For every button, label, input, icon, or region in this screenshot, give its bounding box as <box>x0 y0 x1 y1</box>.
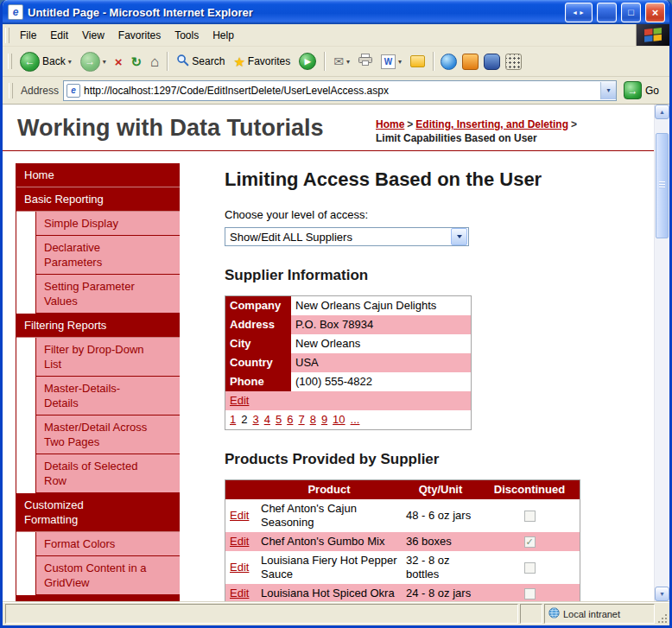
media-button[interactable]: ▶ <box>295 49 320 73</box>
go-icon: → <box>624 81 642 99</box>
menubar-grip[interactable] <box>5 28 10 43</box>
forward-dropdown-icon[interactable]: ▾ <box>103 58 106 66</box>
toolbar-separator <box>167 52 168 71</box>
refresh-icon: ↻ <box>130 55 142 68</box>
search-icon <box>176 54 189 70</box>
select-dropdown-icon[interactable] <box>451 228 467 245</box>
pager-link-5[interactable]: 5 <box>276 413 282 426</box>
sidebar-item-master-detail-across-two-pages[interactable]: Master/Detail Across Two Pages <box>35 415 180 454</box>
product-edit-link[interactable]: Edit <box>230 535 249 548</box>
supplier-edit-link[interactable]: Edit <box>230 394 249 407</box>
products-table: Product Qty/Unit Discontinued Edit Chef … <box>225 479 580 601</box>
table-row: Address P.O. Box 78934 <box>225 315 472 334</box>
sidebar-item-details-of-selected-row[interactable]: Details of Selected Row <box>35 454 180 493</box>
sidebar-item-clipped[interactable] <box>16 595 180 601</box>
pager-link-7[interactable]: 7 <box>298 413 304 426</box>
product-edit-link[interactable]: Edit <box>230 509 249 522</box>
row-value: (100) 555-4822 <box>291 372 472 391</box>
back-button[interactable]: ← Back ▾ <box>16 49 76 73</box>
toolbar-grip[interactable] <box>8 54 12 69</box>
access-level-label: Choose your level of access: <box>225 208 638 221</box>
address-dropdown-icon[interactable]: ▾ <box>600 82 616 99</box>
address-input[interactable]: e http://localhost:1297/Code/EditInsertD… <box>63 80 617 101</box>
discuss-icon <box>410 55 425 67</box>
home-button[interactable]: ⌂ <box>146 49 163 73</box>
toolbar-separator <box>433 52 434 71</box>
pager-link-1[interactable]: 1 <box>230 413 236 426</box>
pager-link-more[interactable]: ... <box>351 413 360 426</box>
menu-help[interactable]: Help <box>206 27 241 44</box>
sidebar-item-master-details-details[interactable]: Master-Details-Details <box>35 377 180 415</box>
page-content: Working with Data Tutorials Home>Editing… <box>3 105 654 601</box>
table-row: Edit Louisiana Hot Spiced Okra 24 - 8 oz… <box>225 584 580 601</box>
sidebar-item-format-colors[interactable]: Format Colors <box>35 532 180 556</box>
product-edit-link[interactable]: Edit <box>230 587 249 599</box>
product-edit-link[interactable]: Edit <box>230 561 249 574</box>
breadcrumb-link-home[interactable]: Home <box>376 118 404 130</box>
mail-button[interactable]: ✉ ▾ <box>329 49 354 73</box>
discontinued-checkbox[interactable] <box>524 588 536 599</box>
globe-addon-icon[interactable] <box>441 54 457 70</box>
sidebar-item-filter-by-drop-down-list[interactable]: Filter by Drop-Down List <box>35 338 180 377</box>
sidebar-item-basic-reporting[interactable]: Basic Reporting <box>16 187 180 212</box>
refresh-button[interactable]: ↻ <box>126 49 146 73</box>
header-row: Product Qty/Unit Discontinued <box>225 480 580 500</box>
back-dropdown-icon[interactable]: ▾ <box>68 58 72 66</box>
menu-favorites[interactable]: Favorites <box>111 27 168 44</box>
breadcrumb-link-editing[interactable]: Editing, Inserting, and Deleting <box>415 118 568 130</box>
pager-link-10[interactable]: 10 <box>333 413 345 426</box>
sidebar-item-simple-display[interactable]: Simple Display <box>35 212 180 236</box>
sidebar-item-custom-content-gridview[interactable]: Custom Content in a GridView <box>35 556 180 595</box>
addressbar-grip[interactable] <box>9 83 13 98</box>
scroll-up-icon: ▲ <box>659 109 665 115</box>
scroll-down-button[interactable]: ▼ <box>655 587 669 601</box>
minimize-button[interactable]: _ <box>597 3 617 22</box>
forward-button[interactable]: → ▾ <box>76 49 111 73</box>
sidebar-item-filtering-reports[interactable]: Filtering Reports <box>16 314 180 338</box>
menu-file[interactable]: File <box>13 27 43 44</box>
address-bar: Address e http://localhost:1297/Code/Edi… <box>3 77 669 105</box>
favorites-button[interactable]: ★ Favorites <box>229 49 295 73</box>
binoculars-addon-icon[interactable] <box>484 54 500 70</box>
search-button[interactable]: Search <box>172 49 229 73</box>
pager-link-8[interactable]: 8 <box>310 413 316 426</box>
sidebar-item-home[interactable]: Home <box>16 163 180 187</box>
grid-addon-icon[interactable] <box>505 54 522 70</box>
edit-button[interactable]: W ▾ <box>377 49 406 73</box>
menu-edit[interactable]: Edit <box>43 27 75 44</box>
sidebar-item-customized-formatting[interactable]: Customized Formatting <box>16 493 180 532</box>
discuss-button[interactable] <box>406 49 429 73</box>
discontinued-checkbox[interactable]: ✓ <box>524 536 536 548</box>
maximize-button[interactable]: □ <box>621 3 641 22</box>
menu-view[interactable]: View <box>75 27 111 44</box>
pager-link-4[interactable]: 4 <box>264 413 270 426</box>
orange-addon-icon[interactable] <box>462 54 479 70</box>
stop-button[interactable]: × <box>111 49 127 73</box>
mail-dropdown-icon[interactable]: ▾ <box>346 58 350 66</box>
scrollbar-thumb[interactable] <box>656 133 669 238</box>
menu-tools[interactable]: Tools <box>168 27 206 44</box>
discontinued-checkbox[interactable] <box>524 562 536 574</box>
row-label: City <box>225 334 292 353</box>
product-name: Chef Anton's Gumbo Mix <box>257 532 402 551</box>
titlebar[interactable]: e Untitled Page - Microsoft Internet Exp… <box>3 0 669 24</box>
pager-link-9[interactable]: 9 <box>321 413 327 426</box>
print-button[interactable] <box>354 49 377 73</box>
access-level-select[interactable]: Show/Edit ALL Suppliers <box>225 227 469 246</box>
edit-dropdown-icon[interactable]: ▾ <box>398 58 402 66</box>
resize-grip[interactable] <box>656 604 668 624</box>
sidebar-item-declarative-parameters[interactable]: Declarative Parameters <box>35 236 180 275</box>
go-button[interactable]: → Go <box>621 81 666 99</box>
table-row: Edit Chef Anton's Cajun Seasoning 48 - 6… <box>225 499 580 532</box>
close-button[interactable]: × <box>645 3 665 22</box>
toolbar: ← Back ▾ → ▾ × ↻ ⌂ Search ★ Favorites ▶ … <box>3 47 669 77</box>
pager-link-6[interactable]: 6 <box>287 413 293 426</box>
pager-link-3[interactable]: 3 <box>252 413 258 426</box>
titlebar-extra-button[interactable]: ◄► <box>565 3 593 22</box>
discontinued-checkbox[interactable] <box>524 511 536 522</box>
page-icon: e <box>67 84 80 98</box>
column-header-qty: Qty/Unit <box>402 480 479 500</box>
sidebar-item-setting-parameter-values[interactable]: Setting Parameter Values <box>35 275 180 314</box>
scroll-up-button[interactable]: ▲ <box>655 105 669 119</box>
vertical-scrollbar[interactable]: ▲ ▼ <box>654 105 669 601</box>
